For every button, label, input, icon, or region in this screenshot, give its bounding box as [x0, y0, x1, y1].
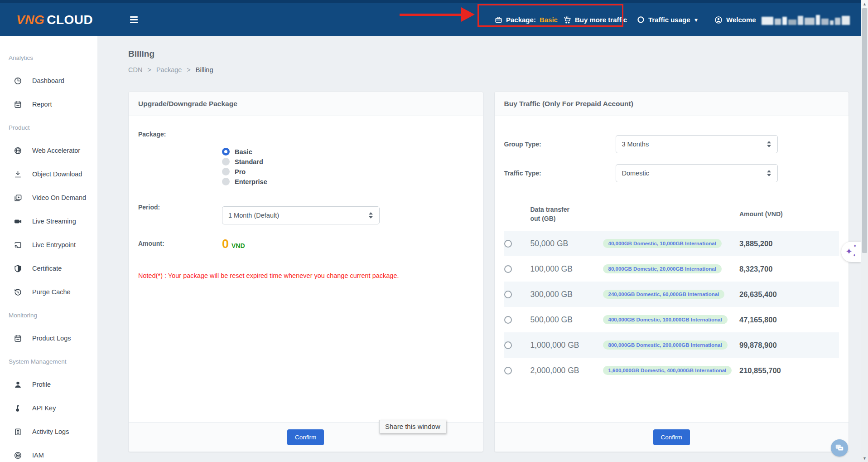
nav-package[interactable]: Package: Basic: [495, 3, 558, 36]
radio-unselected-icon[interactable]: [222, 178, 230, 185]
group-type-label: Group Type:: [504, 141, 616, 148]
row-radio[interactable]: [504, 265, 512, 273]
redacted-username: [762, 15, 850, 25]
nav-traffic-label: Traffic usage: [648, 16, 690, 24]
calendar-icon: [14, 334, 22, 343]
sidebar-item-activity-logs[interactable]: Activity Logs: [0, 420, 97, 443]
pie-chart-icon: [14, 77, 22, 85]
package-reset-note: Noted(*) : Your package will be reset ex…: [138, 272, 473, 279]
upgrade-confirm-button[interactable]: Confirm: [287, 429, 324, 445]
select-updown-icon: [767, 170, 772, 177]
sidebar-item-purge-cache[interactable]: Purge Cache: [0, 280, 97, 304]
scrollbar-thumb[interactable]: [862, 8, 867, 253]
breadcrumb: CDN > Package > Billing: [128, 66, 861, 73]
amount-value: 0: [222, 238, 229, 250]
traffic-type-select[interactable]: Domestic: [616, 164, 778, 182]
nav-package-value: Basic: [540, 16, 558, 24]
period-select[interactable]: 1 Month (Default): [222, 206, 380, 224]
nav-traffic-usage[interactable]: Traffic usage ▾: [637, 3, 698, 36]
app-window: VNG CLOUD Package: Basic Buy more traffi…: [0, 0, 868, 462]
sidebar-section-analytics: Analytics: [0, 46, 97, 69]
sidebar-item-live-entrypoint[interactable]: Live Entrypoint: [0, 233, 97, 257]
sidebar-item-web-accelerator[interactable]: Web Accelerator: [0, 139, 97, 162]
radio-option-enterprise[interactable]: Enterprise: [222, 178, 267, 185]
key-icon: [14, 404, 22, 413]
nav-welcome-label: Welcome: [726, 16, 756, 24]
row-radio[interactable]: [504, 367, 512, 374]
radio-unselected-icon[interactable]: [222, 168, 230, 175]
sparkle-icon: ✦: [853, 243, 857, 248]
data-usage-icon: [637, 16, 645, 24]
row-radio[interactable]: [504, 316, 512, 324]
globe-icon: [14, 146, 22, 155]
page-title: Billing: [128, 49, 861, 59]
row-radio[interactable]: [504, 341, 512, 349]
logo-vng-text: VNG: [16, 13, 44, 27]
traffic-row[interactable]: 500,000 GB 400,000GB Domestic, 100,000GB…: [504, 307, 839, 332]
radio-unselected-icon[interactable]: [222, 158, 230, 165]
group-type-select[interactable]: 3 Months: [616, 135, 778, 153]
radio-option-pro[interactable]: Pro: [222, 168, 267, 175]
radio-option-standard[interactable]: Standard: [222, 158, 267, 165]
traffic-table-header: Data transfer out (GB) Amount (VND): [504, 197, 839, 231]
sidebar-item-product-logs[interactable]: Product Logs: [0, 326, 97, 350]
sparkle-icon: ✦: [845, 246, 853, 257]
sidebar-toggle-button[interactable]: [130, 3, 138, 36]
select-updown-icon: [368, 212, 373, 219]
breadcrumb-cdn[interactable]: CDN: [128, 66, 142, 73]
row-radio[interactable]: [504, 240, 512, 248]
upgrade-package-card: Upgrade/Downgrade Package Package: Basic…: [128, 92, 483, 452]
cast-icon: [14, 241, 22, 249]
traffic-row[interactable]: 300,000 GB 240,000GB Domestic, 60,000GB …: [504, 282, 839, 307]
history-icon: [14, 288, 22, 297]
cart-icon: [563, 16, 571, 24]
nav-user-welcome[interactable]: Welcome: [714, 3, 850, 36]
clipboard-list-icon: [14, 428, 22, 436]
traffic-row[interactable]: 2,000,000 GB 1,600,000GB Domestic, 400,0…: [504, 358, 839, 383]
buy-traffic-confirm-button[interactable]: Confirm: [653, 429, 690, 445]
user-icon: [14, 380, 22, 389]
sidebar-item-certificate[interactable]: Certificate: [0, 257, 97, 280]
page-scrollbar[interactable]: ▲ ▼: [861, 0, 868, 462]
select-updown-icon: [767, 141, 772, 148]
sidebar-item-video-on-demand[interactable]: Video On Demand: [0, 186, 97, 209]
share-window-tooltip: Share this window: [379, 420, 446, 433]
sidebar-section-product: Product: [0, 116, 97, 139]
scrollbar-down-arrow[interactable]: ▼: [861, 454, 868, 462]
sidebar-item-api-key[interactable]: API Key: [0, 396, 97, 420]
breadcrumb-current: Billing: [196, 66, 213, 73]
shield-icon: [14, 264, 22, 273]
radio-option-basic[interactable]: Basic: [222, 148, 267, 156]
sidebar-item-profile[interactable]: Profile: [0, 373, 97, 396]
video-camera-icon: [14, 217, 22, 226]
sidebar-item-object-download[interactable]: Object Download: [0, 162, 97, 186]
buy-traffic-card: Buy Traffic (Only For Prepaid Account) G…: [494, 92, 849, 452]
nav-buy-more-traffic[interactable]: Buy more traffic: [563, 3, 627, 36]
sidebar-item-live-streaming[interactable]: Live Streaming: [0, 209, 97, 233]
traffic-row[interactable]: 1,000,000 GB 800,000GB Domestic, 200,000…: [504, 332, 839, 358]
sidebar: Analytics Dashboard Report Product Web A…: [0, 36, 97, 462]
traffic-split-badge: 1,600,000GB Domestic, 400,000GB Internat…: [603, 366, 732, 375]
ai-assistant-tab[interactable]: ✦ ✦ ✦: [841, 242, 861, 262]
buy-traffic-card-title: Buy Traffic (Only For Prepaid Account): [495, 92, 849, 116]
scrollbar-up-arrow[interactable]: ▲: [861, 0, 868, 8]
row-radio[interactable]: [504, 291, 512, 298]
upgrade-card-body: Package: Basic Standard: [129, 116, 483, 422]
sidebar-item-dashboard[interactable]: Dashboard: [0, 69, 97, 92]
col-data-transfer: Data transfer out (GB): [530, 205, 578, 224]
download-icon: [14, 170, 22, 179]
annotation-arrow-line: [400, 14, 462, 16]
traffic-row[interactable]: 100,000 GB 80,000GB Domestic, 20,000GB I…: [504, 256, 839, 282]
traffic-row[interactable]: 50,000 GB 40,000GB Domestic, 10,000GB In…: [504, 231, 839, 256]
sidebar-item-iam[interactable]: IAM: [0, 443, 97, 462]
breadcrumb-package[interactable]: Package: [156, 66, 182, 73]
amount-currency: VND: [231, 242, 245, 249]
sidebar-item-report[interactable]: Report: [0, 92, 97, 116]
traffic-split-badge: 40,000GB Domestic, 10,000GB Internationa…: [603, 239, 722, 248]
vng-cloud-logo[interactable]: VNG CLOUD: [16, 3, 93, 36]
chat-support-button[interactable]: [831, 439, 848, 457]
traffic-split-badge: 240,000GB Domestic, 60,000GB Internation…: [603, 290, 725, 299]
logo-cloud-text: CLOUD: [47, 13, 93, 27]
radio-selected-icon[interactable]: [222, 148, 230, 156]
amount-label: Amount:: [138, 240, 222, 250]
